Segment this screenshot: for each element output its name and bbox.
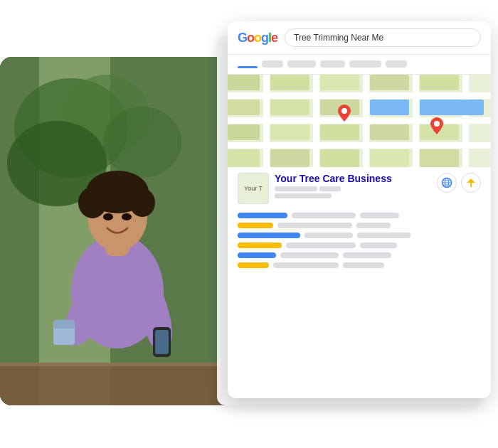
listing-action-icons [437,173,481,193]
bar-gray-6b [343,262,384,268]
nav-skel-4 [349,60,381,68]
svg-point-52 [434,121,440,127]
content-row-1 [238,213,481,218]
svg-rect-32 [320,75,359,90]
svg-point-14 [103,213,113,220]
bar-yellow-2 [238,223,273,228]
bar-gray-6a [273,262,339,268]
svg-rect-40 [228,100,260,115]
content-row-6 [238,262,481,268]
svg-rect-31 [270,75,309,90]
listing-thumbnail: Your T [238,173,269,204]
search-bar[interactable]: Tree Trimming Near Me [285,28,481,47]
svg-rect-27 [313,75,319,167]
bar-gray-2b [356,223,391,228]
bar-gray-1b [360,213,399,218]
bar-gray-2a [277,223,352,228]
svg-rect-45 [228,124,260,140]
listing-title-area: Your Tree Care Business [275,173,431,198]
svg-marker-58 [467,178,475,187]
nav-skel-3 [320,60,345,68]
nav-skel-2 [287,60,316,68]
listing-area: Your T Your Tree Care Business [228,167,491,204]
svg-rect-43 [370,124,409,140]
svg-rect-46 [270,149,309,167]
svg-rect-36 [270,100,309,115]
scene: Google Tree Trimming Near Me [0,0,498,448]
content-row-3 [238,233,481,238]
svg-point-51 [341,108,347,114]
google-logo: Google [238,31,277,46]
bar-gray-4a [286,242,356,248]
bar-gray-3a [304,233,353,238]
svg-rect-35 [228,75,260,90]
map-area [228,75,491,167]
svg-rect-50 [228,149,260,167]
svg-rect-48 [370,149,409,167]
content-row-5 [238,252,481,258]
svg-point-5 [103,107,181,178]
google-search-card: Google Tree Trimming Near Me [228,21,491,398]
globe-icon-btn[interactable] [437,173,457,193]
bar-blue-1 [238,213,287,218]
card-header: Google Tree Trimming Near Me [228,21,491,55]
svg-rect-34 [420,75,459,90]
svg-rect-41 [270,124,309,140]
svg-rect-49 [420,149,459,167]
bar-blue-5 [238,252,276,258]
bar-gray-3b [357,233,410,238]
svg-point-13 [115,177,144,200]
svg-rect-30 [462,75,469,167]
listing-header: Your T Your Tree Care Business [238,173,481,204]
svg-rect-39 [420,100,484,115]
nav-underline [238,66,258,68]
svg-point-15 [122,213,132,220]
content-row-2 [238,223,481,228]
map-svg [228,75,491,167]
svg-rect-28 [363,75,369,167]
directions-icon-btn[interactable] [461,173,481,193]
bar-gray-1a [292,213,356,218]
bar-blue-3 [238,233,300,238]
nav-skeleton-row [228,55,491,75]
nav-skel-1 [262,60,283,68]
svg-rect-33 [370,75,409,90]
rating-count [319,186,341,191]
bar-yellow-6 [238,262,269,268]
rating-bar [275,186,317,191]
svg-rect-19 [155,330,169,354]
globe-icon [441,177,452,188]
svg-rect-17 [53,320,75,329]
svg-rect-38 [370,100,409,115]
directions-icon [465,177,477,188]
bar-gray-4b [360,242,397,248]
content-rows [228,210,491,271]
listing-meta [275,193,332,198]
nav-skel-5 [386,60,407,68]
listing-title[interactable]: Your Tree Care Business [275,173,431,184]
svg-rect-42 [320,124,359,140]
svg-rect-26 [263,75,270,167]
bar-gray-5b [343,252,391,258]
bar-gray-5a [280,252,339,258]
svg-rect-47 [320,149,359,167]
search-query-text: Tree Trimming Near Me [294,33,383,43]
bar-yellow-4 [238,242,282,248]
svg-rect-29 [413,75,419,167]
content-row-4 [238,242,481,248]
